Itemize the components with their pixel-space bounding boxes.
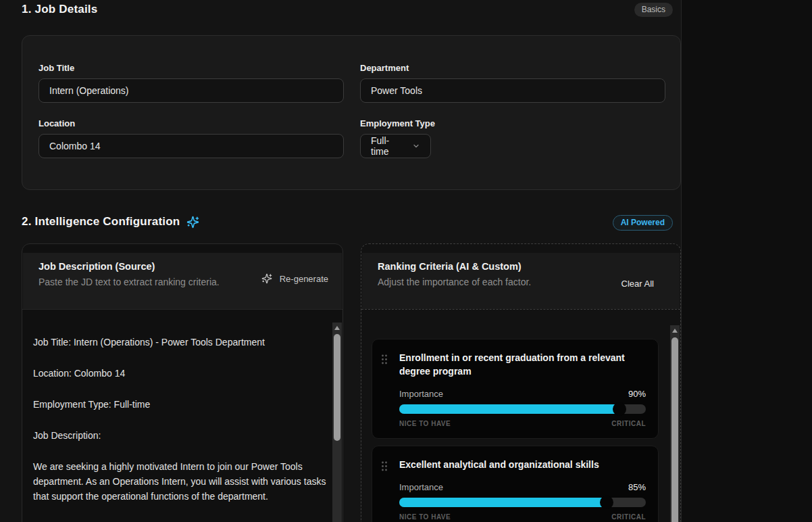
jd-panel-header: Job Description (Source) Paste the JD te… [23,253,342,309]
slider-thumb[interactable] [613,402,626,416]
scale-min-label: NICE TO HAVE [399,420,451,427]
jd-scrollbar-thumb[interactable] [334,334,340,441]
importance-label: Importance [399,389,443,399]
drag-handle-icon[interactable] [380,460,388,475]
slider-thumb[interactable] [600,496,613,509]
criteria-scrollbar-thumb[interactable] [671,337,678,522]
employment-type-value: Full-time [371,135,407,157]
regenerate-label: Re-generate [280,274,328,284]
employment-type-label: Employment Type [360,118,435,128]
scale-min-label: NICE TO HAVE [399,513,451,521]
criteria-header-divider [361,309,680,310]
criteria-scrollbar[interactable] [670,325,680,522]
job-description-panel: Job Description (Source) Paste the JD te… [22,243,343,522]
department-input[interactable] [360,78,665,103]
jd-header-divider [22,309,342,310]
criteria-panel-title: Ranking Criteria (AI & Custom) [378,261,666,272]
page: 1. Job Details Basics Job Title Departme… [0,0,812,522]
jd-textarea[interactable]: Job Title: Intern (Operations) - Power T… [23,323,332,522]
importance-slider[interactable] [399,498,646,507]
employment-type-select[interactable]: Full-time [360,134,431,158]
location-label: Location [39,118,75,128]
importance-value: 85% [628,482,646,492]
importance-row: Importance 90% [399,389,646,399]
criterion-title: Enrollment in or recent graduation from … [399,351,646,378]
job-title-label: Job Title [39,63,74,73]
scale-max-label: CRITICAL [611,513,646,521]
main-content-pane: 1. Job Details Basics Job Title Departme… [0,0,682,522]
sparkles-icon [261,273,272,284]
jd-text-line: Job Description: [33,428,328,443]
slider-fill [399,498,609,507]
clear-all-button[interactable]: Clear All [621,279,654,289]
criteria-card: Excellent analytical and organizational … [372,446,659,522]
jd-text-line: Job Title: Intern (Operations) - Power T… [33,335,328,350]
job-title-input[interactable] [39,78,344,103]
scale-max-label: CRITICAL [611,420,646,427]
sparkles-icon [186,216,199,229]
jd-text-line: We are seeking a highly motivated Intern… [33,459,328,504]
scroll-up-arrow-icon[interactable] [672,329,678,333]
slider-fill [399,404,621,414]
drag-handle-icon[interactable] [380,354,388,368]
jd-text-line: Employment Type: Full-time [33,397,328,412]
location-input[interactable] [39,134,344,158]
job-details-card: Job Title Department Location Employment… [22,35,681,190]
jd-text-line: Location: Colombo 14 [33,366,328,381]
scale-labels-row: NICE TO HAVE CRITICAL [399,513,646,521]
ai-powered-badge: AI Powered [613,215,673,231]
jd-scrollbar[interactable] [332,323,342,522]
basics-badge: Basics [634,3,673,17]
ranking-criteria-panel: Ranking Criteria (AI & Custom) Adjust th… [361,243,681,522]
intelligence-heading: 2. Intelligence Configuration [22,215,180,229]
job-details-heading: 1. Job Details [22,3,97,16]
criteria-list: Enrollment in or recent graduation from … [372,339,659,522]
scale-labels-row: NICE TO HAVE CRITICAL [399,420,646,427]
job-details-heading-row: 1. Job Details [22,3,97,16]
importance-row: Importance 85% [399,482,646,492]
regenerate-button[interactable]: Re-generate [261,273,328,284]
scroll-up-arrow-icon[interactable] [334,326,340,330]
department-label: Department [360,63,409,73]
criterion-title: Excellent analytical and organizational … [399,458,646,471]
jd-panel-title: Job Description (Source) [39,261,328,272]
criteria-panel-header: Ranking Criteria (AI & Custom) Adjust th… [362,253,680,309]
importance-slider[interactable] [399,404,646,414]
chevron-down-icon [412,142,420,150]
clear-all-label: Clear All [621,279,654,289]
importance-label: Importance [399,482,443,492]
intelligence-heading-row: 2. Intelligence Configuration [22,215,199,229]
importance-value: 90% [628,389,646,399]
criteria-card: Enrollment in or recent graduation from … [372,339,659,439]
